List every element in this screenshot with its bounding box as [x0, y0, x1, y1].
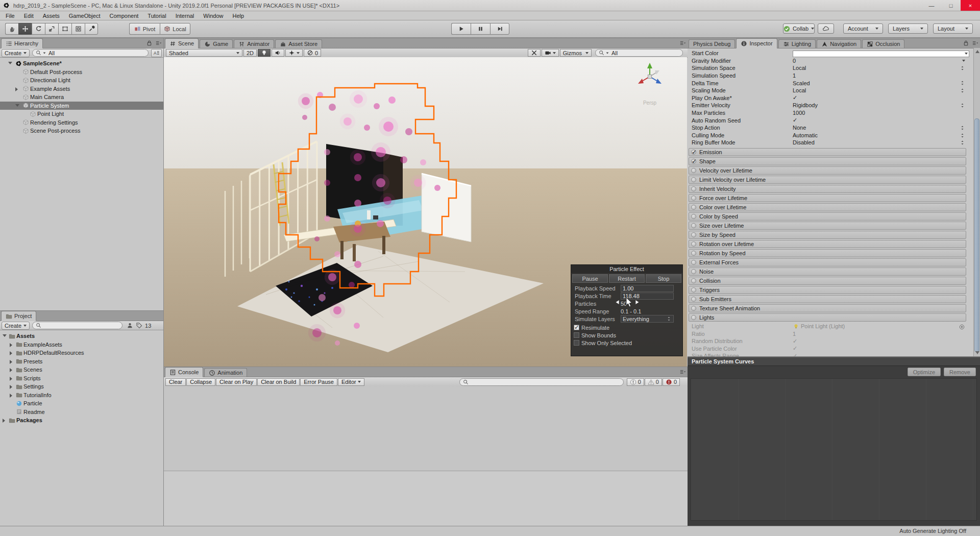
tree-item-hdrpdefaultresources[interactable]: HDRPDefaultResources — [0, 349, 163, 357]
module-size-by-speed[interactable]: Size by Speed — [689, 231, 966, 239]
pause-button[interactable] — [471, 23, 490, 35]
tree-item-tutorialinfo[interactable]: TutorialInfo — [0, 391, 163, 400]
scale-tool-button[interactable] — [45, 23, 58, 35]
expander-expand-icon[interactable] — [10, 360, 12, 364]
play-button[interactable] — [451, 23, 471, 35]
tree-item-scripts[interactable]: Scripts — [0, 374, 163, 383]
particle-stop-button[interactable]: Stop — [646, 274, 681, 283]
remove-button[interactable]: Remove — [944, 368, 976, 376]
2d-toggle[interactable]: 2D — [243, 49, 257, 57]
module-texture-sheet-animation[interactable]: Texture Sheet Animation — [689, 304, 966, 312]
tree-item-particle-system[interactable]: Particle System — [0, 102, 163, 110]
tab-game[interactable]: Game — [200, 39, 233, 48]
scene-effects-dropdown[interactable] — [285, 49, 303, 57]
property-value[interactable]: 1 — [793, 331, 796, 337]
module-velocity-over-lifetime[interactable]: Velocity over Lifetime — [689, 166, 966, 175]
module-checkbox[interactable] — [691, 196, 696, 201]
expander-collapse-icon[interactable] — [15, 104, 19, 107]
expander-expand-icon[interactable] — [10, 343, 12, 347]
module-lights[interactable]: Lights — [689, 313, 966, 322]
error-count-badge[interactable]: 0 — [663, 378, 680, 386]
tab-occlusion[interactable]: Occlusion — [862, 39, 904, 48]
expander-expand-icon[interactable] — [10, 394, 12, 398]
collab-button[interactable]: Collab — [783, 23, 815, 34]
module-checkbox[interactable] — [691, 214, 696, 219]
tree-item-assets[interactable]: Assets — [0, 332, 163, 340]
scroll-down-arrow[interactable] — [975, 351, 979, 354]
scene-lighting-toggle[interactable] — [258, 49, 271, 57]
show-only-selected-checkbox[interactable] — [574, 340, 579, 346]
expander-expand-icon[interactable] — [10, 377, 12, 381]
module-inherit-velocity[interactable]: Inherit Velocity — [689, 185, 966, 193]
module-checkbox[interactable] — [691, 150, 696, 155]
lock-icon[interactable] — [963, 40, 969, 46]
hierarchy-create-button[interactable]: Create — [2, 49, 30, 57]
layers-dropdown[interactable]: Layers — [888, 23, 928, 34]
expander-collapse-icon[interactable] — [3, 334, 7, 337]
tree-item-directional-light[interactable]: Directional Light — [0, 76, 163, 85]
menu-assets[interactable]: Assets — [38, 13, 64, 19]
start-color-swatch[interactable] — [793, 51, 969, 57]
module-sub-emitters[interactable]: Sub Emitters — [689, 295, 966, 303]
module-checkbox[interactable] — [691, 260, 696, 265]
property-value[interactable]: Scaled — [793, 80, 810, 86]
lock-icon[interactable] — [146, 40, 153, 46]
module-size-over-lifetime[interactable]: Size over Lifetime — [689, 222, 966, 230]
tab-inspector[interactable]: Inspector — [736, 38, 777, 48]
expander-expand-icon[interactable] — [10, 351, 12, 355]
rotate-tool-button[interactable] — [32, 23, 45, 35]
console-clear-button[interactable]: Clear — [165, 378, 186, 386]
gizmos-dropdown[interactable]: Gizmos — [560, 49, 592, 57]
simulate-layers-dropdown[interactable]: Everything — [621, 315, 674, 323]
module-rotation-by-speed[interactable]: Rotation by Speed — [689, 249, 966, 257]
module-checkbox[interactable] — [691, 168, 696, 173]
minimize-button[interactable]: — — [922, 0, 941, 11]
tab-project[interactable]: Project — [1, 311, 36, 321]
tab-console[interactable]: Console — [165, 367, 203, 377]
module-checkbox[interactable] — [691, 177, 696, 182]
scene-visibility-toggle[interactable]: 0 — [304, 49, 321, 57]
module-noise[interactable]: Noise — [689, 267, 966, 276]
menu-edit[interactable]: Edit — [19, 13, 38, 19]
menu-component[interactable]: Component — [105, 13, 143, 19]
hierarchy-sort-button[interactable]: A — [151, 49, 162, 57]
search-by-label-icon[interactable] — [136, 322, 142, 329]
tab-hierarchy[interactable]: Hierarchy — [1, 38, 43, 48]
scene-audio-toggle[interactable] — [272, 49, 284, 57]
expander-expand-icon[interactable] — [15, 87, 18, 91]
module-collision[interactable]: Collision — [689, 277, 966, 285]
property-value[interactable]: 1 — [793, 72, 796, 79]
playback-time-field[interactable]: 118.48 — [621, 293, 674, 300]
project-create-button[interactable]: Create — [2, 322, 30, 330]
expander-collapse-icon[interactable] — [8, 62, 12, 64]
optimize-button[interactable]: Optimize — [908, 368, 941, 376]
pivot-button[interactable]: Pivot — [129, 23, 160, 35]
particle-pause-button[interactable]: Pause — [572, 274, 608, 283]
console-clear-on-build-button[interactable]: Clear on Build — [257, 378, 300, 386]
module-checkbox[interactable] — [691, 306, 696, 311]
menu-internal[interactable]: Internal — [171, 13, 199, 19]
tab-lighting[interactable]: Lighting — [778, 39, 816, 48]
account-dropdown[interactable]: Account — [843, 23, 883, 34]
cloud-button[interactable] — [818, 23, 834, 34]
property-value[interactable]: Rigidbody — [793, 102, 818, 108]
module-color-by-speed[interactable]: Color by Speed — [689, 212, 966, 221]
scrollbar-thumb[interactable] — [974, 118, 979, 352]
property-value[interactable]: Local — [793, 87, 806, 93]
auto-generate-lighting-status[interactable]: Auto Generate Lighting Off — [899, 528, 966, 534]
tab-scene[interactable]: Scene — [165, 38, 199, 48]
property-value[interactable]: None — [793, 125, 806, 131]
tree-item-samplescene[interactable]: SampleScene* — [0, 59, 163, 68]
menu-help[interactable]: Help — [228, 13, 249, 19]
move-tool-button[interactable] — [18, 23, 32, 35]
tree-item-scene-post-process[interactable]: Scene Post-process — [0, 127, 163, 135]
tree-item-example-assets[interactable]: Example Assets — [0, 85, 163, 93]
gizmo-perspective-label[interactable]: Persp — [643, 100, 657, 106]
menu-file[interactable]: File — [1, 13, 19, 19]
expander-expand-icon[interactable] — [10, 368, 12, 372]
scene-search-input[interactable]: All — [595, 49, 683, 57]
console-collapse-button[interactable]: Collapse — [186, 378, 215, 386]
module-force-over-lifetime[interactable]: Force over Lifetime — [689, 194, 966, 202]
tree-item-rendering-settings[interactable]: Rendering Settings — [0, 118, 163, 127]
tree-item-default-post-process[interactable]: Default Post-process — [0, 68, 163, 77]
